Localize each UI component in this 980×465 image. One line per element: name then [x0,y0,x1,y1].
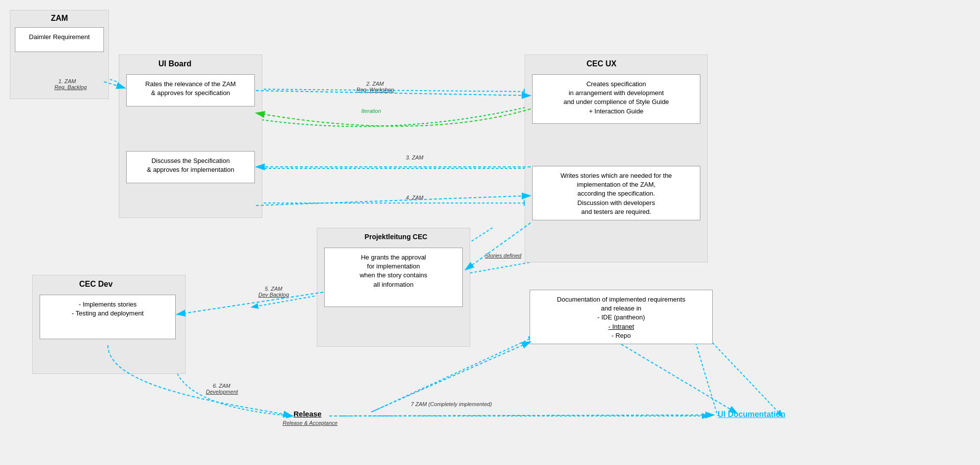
arrow4-label: 4. ZAM [406,195,423,201]
arrow1-top-label: 1. ZAM [58,78,76,84]
arrow6-bot-label: Development [206,389,238,395]
projektleitung-box: He grants the approvalfor implementation… [324,248,463,307]
arrow3-label: 3. ZAM [406,155,423,160]
projektleitung-header: Projektleitung CEC [332,233,460,241]
ui-documentation-label: UI Documentation [718,410,785,419]
uiboard-box2-text: Discusses the Specification& approves fo… [147,157,234,173]
cecux-box2-text: Writes stories which are needed for thei… [560,172,672,215]
documentation-box: Documentation of implemented requirement… [530,290,713,344]
cecux-box2: Writes stories which are needed for thei… [532,166,700,220]
arrow1-bot-label: Reg. Backlog [54,84,87,90]
svg-line-19 [329,415,714,416]
arrow6-top-label: 6. ZAM [213,383,230,389]
svg-line-17 [465,223,531,270]
arrow2-bot-label: Reg. Workshop [356,87,394,93]
svg-line-18 [177,292,323,314]
svg-line-16 [256,196,531,206]
cecux-box1: Creates specificationin arrangement with… [532,74,700,124]
cecux-header: CEC UX [587,59,616,68]
cecux-box1-text: Creates specificationin arrangement with… [563,80,669,115]
arrow5-top-label: 5. ZAM [265,286,282,292]
zam-daimler-box: Daimler Requirement [15,27,104,52]
cecdev-header: CEC Dev [79,280,113,289]
svg-line-21 [621,344,737,413]
stories-defined-label: Stories defined [485,253,521,258]
arrow7-label: 7 ZAM (Completely implemented) [411,401,492,407]
arrow5-bot-label: Dev Backlog [258,292,289,298]
projektleitung-box-text: He grants the approvalfor implementation… [360,254,428,288]
zam-header: ZAM [35,14,84,23]
arrow2-top-label: 2. ZAM [366,81,384,87]
cecdev-box: - Implements stories- Testing and deploy… [40,295,176,339]
uiboard-box2: Discusses the Specification& approves fo… [126,151,255,183]
documentation-box-text: Documentation of implemented requirement… [557,296,685,339]
diagram-container: ZAM Daimler Requirement UI Board Rates t… [0,0,980,465]
uiboard-box1: Rates the relevance of the ZAM& approves… [126,74,255,106]
cecdev-box-text: - Implements stories- Testing and deploy… [72,301,144,317]
release-label: Release [294,410,322,418]
svg-line-8 [374,337,535,411]
release-acceptance-label: Release & Acceptance [283,420,338,426]
iteration-label: Iteration [361,108,381,114]
uiboard-box1-text: Rates the relevance of the ZAM& approves… [146,80,236,97]
uiboard-header: UI Board [158,59,192,68]
